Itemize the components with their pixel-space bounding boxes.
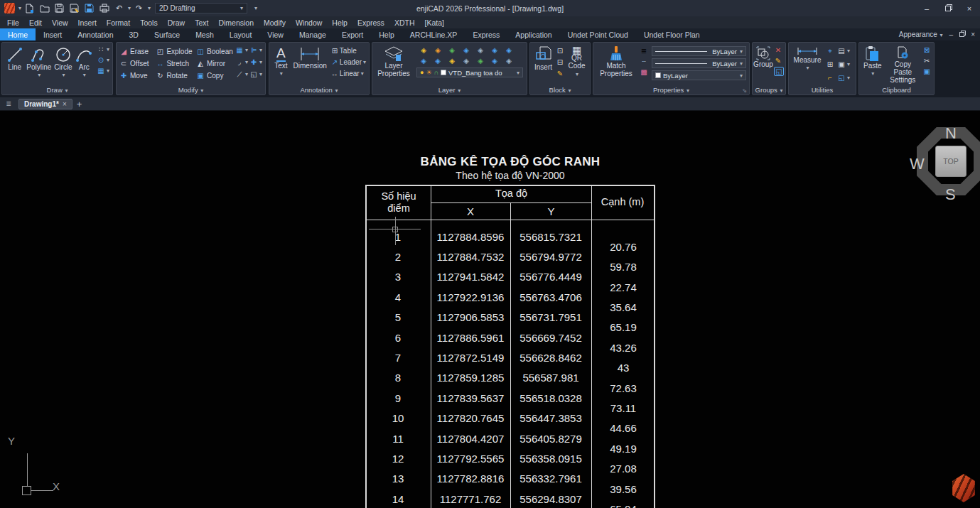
point-style-button[interactable]: ⌐ <box>826 73 834 82</box>
ribbon-tab-3d[interactable]: 3D <box>122 28 146 40</box>
hatch-tools-button[interactable]: ▦▾ <box>97 66 109 75</box>
menu-item-xdth[interactable]: XDTH <box>389 16 420 28</box>
color-dropdown[interactable]: ByLayer ▾ <box>652 70 746 80</box>
layer-unisolate-icon[interactable]: ◈ <box>478 46 483 54</box>
block-attribute-button[interactable]: ⊟ <box>556 58 564 67</box>
ribbon-tab-home[interactable]: Home <box>0 28 36 40</box>
ribbon-tab-application[interactable]: Application <box>507 28 559 40</box>
dimension-button[interactable]: Dimension <box>294 45 327 85</box>
menu-item-help[interactable]: Help <box>327 16 352 28</box>
layer-lock-icon[interactable]: ◈ <box>449 57 455 65</box>
close-button[interactable]: × <box>959 0 980 16</box>
block-define-button[interactable]: ✎ <box>556 69 564 78</box>
ribbon-tab-annotation[interactable]: Annotation <box>70 28 121 40</box>
fillet-button[interactable]: ◞▾ <box>235 58 248 67</box>
doc-restore-button[interactable] <box>959 32 964 37</box>
panel-draw-footer[interactable]: Draw ▾ <box>2 86 112 94</box>
menu-item-edit[interactable]: Edit <box>24 16 47 28</box>
view-cube-west[interactable]: W <box>910 155 925 173</box>
cut-button[interactable]: ✂ <box>922 56 931 65</box>
plot-button[interactable] <box>97 2 111 14</box>
snap-move-button[interactable]: ✚▾ <box>249 58 262 67</box>
layer-sun-icon[interactable]: ☀ <box>426 69 431 76</box>
text-dropdown-icon[interactable]: ▾ <box>280 70 283 77</box>
ribbon-tab-mesh[interactable]: Mesh <box>188 28 222 40</box>
save-button[interactable] <box>53 2 66 14</box>
layer-unlock-icon[interactable]: ∩ <box>434 69 439 76</box>
ribbon-tab-archline-xp[interactable]: ARCHLine.XP <box>402 28 465 40</box>
redo-dropdown-icon[interactable]: ▾ <box>148 5 151 11</box>
layer-dropdown[interactable]: ● ☀ ∩ VTD_Bang toa do ▾ <box>416 67 523 77</box>
offset-button[interactable]: ⊂Offset <box>119 58 154 69</box>
drawing-canvas[interactable]: BẢNG KÊ TỌA ĐỘ GÓC RANH Theo hệ tọa độ V… <box>0 111 980 508</box>
paste-dropdown-icon[interactable]: ▾ <box>871 70 874 77</box>
linetype-dropdown[interactable]: ByLayer ▾ <box>652 58 746 68</box>
linear-button[interactable]: ↔Linear▾ <box>330 69 366 78</box>
rotate-button[interactable]: ↻Rotate <box>156 70 195 81</box>
app-menu-dropdown-icon[interactable]: ▾ <box>18 5 21 11</box>
line-button[interactable]: Line <box>5 45 24 85</box>
align-button[interactable]: ⊫▾ <box>249 45 262 55</box>
lineweight-dropdown[interactable]: ByLayer ▾ <box>652 46 746 56</box>
array-button[interactable]: ▦▾ <box>235 45 248 55</box>
panel-groups-footer[interactable]: Groups ▾ <box>753 86 785 94</box>
boolean-button[interactable]: ◫Boolean <box>196 45 234 57</box>
stretch-button[interactable]: ↔Stretch <box>156 58 195 69</box>
panel-modify-footer[interactable]: Modify ▾ <box>117 86 265 94</box>
select-similar-button[interactable]: ▣▾ <box>837 60 850 69</box>
panel-clipboard-footer[interactable]: Clipboard <box>859 86 934 94</box>
trim-button[interactable]: ⟋▾ <box>235 70 248 79</box>
circle-button[interactable]: Circle ▾ <box>53 45 72 85</box>
panel-properties-footer[interactable]: Properties ▾⇘ <box>593 86 749 94</box>
save-all-button[interactable] <box>82 2 96 14</box>
layer-color-swatch[interactable] <box>441 70 446 75</box>
block-edit-button[interactable]: ⊡ <box>556 46 564 55</box>
layer-bulb-icon[interactable]: ● <box>420 69 424 76</box>
ribbon-tab-layout[interactable]: Layout <box>222 28 260 40</box>
menu-item-tools[interactable]: Tools <box>135 16 163 28</box>
ribbon-tab-express[interactable]: Express <box>465 28 507 40</box>
menu-item-draw[interactable]: Draw <box>163 16 190 28</box>
menu-item-modify[interactable]: Modify <box>259 16 291 28</box>
menu-item-text[interactable]: Text <box>190 16 213 28</box>
ribbon-tab-view[interactable]: View <box>259 28 291 40</box>
open-button[interactable] <box>38 2 51 14</box>
ribbon-tab-help[interactable]: Help <box>371 28 402 40</box>
menu-item-view[interactable]: View <box>47 16 73 28</box>
text-button[interactable]: A Text ▾ <box>272 45 290 85</box>
polyline-dropdown-icon[interactable]: ▾ <box>38 71 41 79</box>
new-document-tab-button[interactable]: + <box>77 99 82 109</box>
doc-close-button[interactable]: × <box>971 31 975 38</box>
ribbon-tab-undet-point-cloud[interactable]: Undet Point Cloud <box>560 28 636 40</box>
copy-button[interactable]: ▣Copy <box>196 70 234 81</box>
panel-annotation-footer[interactable]: Annotation ▾ <box>269 86 369 94</box>
point-tools-button[interactable]: ∷▾ <box>97 45 109 54</box>
layer-previous-icon[interactable]: ◈ <box>463 57 469 65</box>
properties-dialog-launcher[interactable]: ⇘ <box>742 87 747 94</box>
match-properties-button[interactable]: Match Properties <box>596 45 636 85</box>
leader-button[interactable]: ↗Leader▾ <box>330 58 366 67</box>
document-tab[interactable]: Drawing1* × <box>18 99 72 109</box>
workspace-switcher[interactable]: 2D Drafting ▾ <box>155 3 247 13</box>
measure-button[interactable]: Measure ▾ <box>792 45 823 85</box>
select-window-button[interactable]: ◱▾ <box>837 73 850 82</box>
layer-merge-icon[interactable]: ◈ <box>478 57 483 65</box>
arc-button[interactable]: Arc ▾ <box>75 45 93 85</box>
calculator-button[interactable]: ⊞ <box>826 60 834 69</box>
group-button[interactable]: Group <box>754 45 772 85</box>
menu-item-format[interactable]: Format <box>102 16 135 28</box>
customize-qat-button[interactable]: ▾ <box>249 2 262 14</box>
circle-dropdown-icon[interactable]: ▾ <box>62 71 65 79</box>
menu-item-kata[interactable]: [Kata] <box>419 16 448 28</box>
quick-select-button[interactable]: ▤▾ <box>837 46 850 55</box>
qr-code-button[interactable]: ▦ QR Code ▾ <box>566 45 587 85</box>
layer-walk-icon[interactable]: ◈ <box>492 57 497 65</box>
menu-item-insert[interactable]: Insert <box>73 16 102 28</box>
copy-base-point-button[interactable]: ⊠ <box>922 45 931 55</box>
layer-match-icon[interactable]: ◈ <box>435 57 441 65</box>
centerline-tools-button[interactable]: ⊙▾ <box>97 55 109 65</box>
view-cube-top-face[interactable]: TOP <box>935 146 966 177</box>
move-button[interactable]: ✚Move <box>119 70 154 81</box>
polyline-button[interactable]: Polyline ▾ <box>26 45 51 85</box>
layer-settings-icon[interactable]: ◈ <box>506 46 512 54</box>
